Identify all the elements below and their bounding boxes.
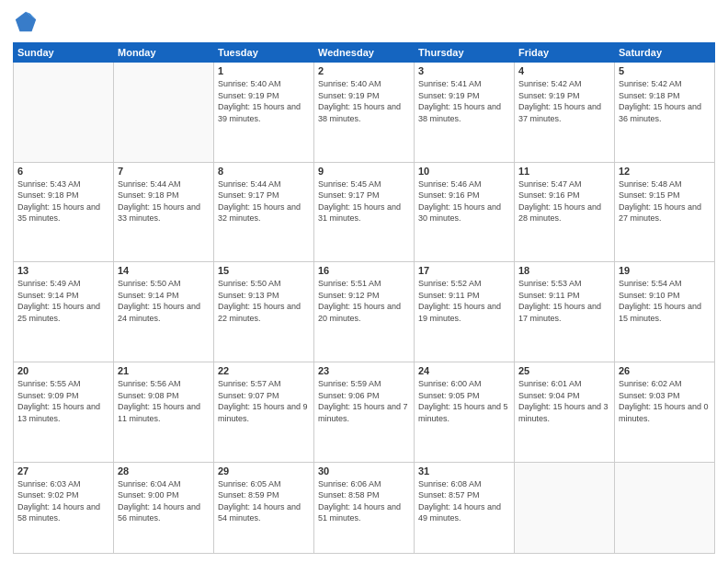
calendar-week-1: 6Sunrise: 5:43 AM Sunset: 9:18 PM Daylig… [14,162,715,262]
calendar-cell: 27Sunrise: 6:03 AM Sunset: 9:02 PM Dayli… [14,462,114,553]
day-number: 11 [518,166,610,177]
calendar-cell: 25Sunrise: 6:01 AM Sunset: 9:04 PM Dayli… [515,362,615,462]
calendar-table: Sunday Monday Tuesday Wednesday Thursday… [13,42,715,554]
day-info: Sunrise: 5:46 AM Sunset: 9:16 PM Dayligh… [418,178,510,224]
day-info: Sunrise: 5:53 AM Sunset: 9:11 PM Dayligh… [518,278,610,324]
col-wednesday: Wednesday [314,43,415,63]
calendar-cell: 3Sunrise: 5:41 AM Sunset: 9:19 PM Daylig… [415,63,515,163]
day-info: Sunrise: 5:47 AM Sunset: 9:16 PM Dayligh… [518,178,610,224]
col-sunday: Sunday [14,43,114,63]
day-info: Sunrise: 5:40 AM Sunset: 9:19 PM Dayligh… [218,78,310,124]
calendar-week-3: 20Sunrise: 5:55 AM Sunset: 9:09 PM Dayli… [14,362,715,462]
day-number: 6 [17,166,109,177]
day-number: 13 [17,265,109,276]
day-number: 4 [518,65,610,76]
day-info: Sunrise: 5:54 AM Sunset: 9:10 PM Dayligh… [619,278,711,324]
day-number: 1 [218,65,310,76]
day-info: Sunrise: 5:56 AM Sunset: 9:08 PM Dayligh… [118,378,210,424]
calendar-week-4: 27Sunrise: 6:03 AM Sunset: 9:02 PM Dayli… [14,462,715,553]
calendar-cell: 21Sunrise: 5:56 AM Sunset: 9:08 PM Dayli… [114,362,214,462]
day-info: Sunrise: 5:52 AM Sunset: 9:11 PM Dayligh… [418,278,510,324]
day-number: 5 [619,65,711,76]
calendar-cell: 11Sunrise: 5:47 AM Sunset: 9:16 PM Dayli… [515,162,615,262]
calendar-cell: 15Sunrise: 5:50 AM Sunset: 9:13 PM Dayli… [214,262,314,362]
calendar-cell: 13Sunrise: 5:49 AM Sunset: 9:14 PM Dayli… [14,262,114,362]
logo [13,9,42,35]
header [13,9,715,35]
calendar-cell: 14Sunrise: 5:50 AM Sunset: 9:14 PM Dayli… [114,262,214,362]
day-number: 22 [218,365,310,376]
day-number: 29 [218,465,310,477]
header-row: Sunday Monday Tuesday Wednesday Thursday… [14,43,715,63]
calendar-week-2: 13Sunrise: 5:49 AM Sunset: 9:14 PM Dayli… [14,262,715,362]
calendar-cell: 22Sunrise: 5:57 AM Sunset: 9:07 PM Dayli… [214,362,314,462]
calendar-cell: 4Sunrise: 5:42 AM Sunset: 9:19 PM Daylig… [515,63,615,163]
day-number: 15 [218,265,310,276]
day-info: Sunrise: 6:01 AM Sunset: 9:04 PM Dayligh… [518,378,610,424]
day-number: 31 [418,465,510,477]
calendar-cell: 9Sunrise: 5:45 AM Sunset: 9:17 PM Daylig… [314,162,415,262]
day-number: 2 [318,65,410,76]
calendar-cell [515,462,615,553]
day-number: 19 [619,265,711,276]
calendar-cell [14,63,114,163]
calendar-cell: 1Sunrise: 5:40 AM Sunset: 9:19 PM Daylig… [214,63,314,163]
day-number: 16 [318,265,410,276]
col-thursday: Thursday [415,43,515,63]
day-number: 23 [318,365,410,376]
day-info: Sunrise: 6:00 AM Sunset: 9:05 PM Dayligh… [418,378,510,424]
day-info: Sunrise: 5:44 AM Sunset: 9:17 PM Dayligh… [218,178,310,224]
day-info: Sunrise: 6:06 AM Sunset: 8:58 PM Dayligh… [318,478,410,524]
calendar-cell: 29Sunrise: 6:05 AM Sunset: 8:59 PM Dayli… [214,462,314,553]
calendar-week-0: 1Sunrise: 5:40 AM Sunset: 9:19 PM Daylig… [14,63,715,163]
page: Sunday Monday Tuesday Wednesday Thursday… [0,0,728,563]
day-number: 17 [418,265,510,276]
calendar-cell: 12Sunrise: 5:48 AM Sunset: 9:15 PM Dayli… [615,162,715,262]
day-info: Sunrise: 5:44 AM Sunset: 9:18 PM Dayligh… [118,178,210,224]
calendar-cell: 7Sunrise: 5:44 AM Sunset: 9:18 PM Daylig… [114,162,214,262]
day-info: Sunrise: 5:43 AM Sunset: 9:18 PM Dayligh… [17,178,109,224]
day-number: 18 [518,265,610,276]
day-info: Sunrise: 5:50 AM Sunset: 9:13 PM Dayligh… [218,278,310,324]
calendar-cell: 18Sunrise: 5:53 AM Sunset: 9:11 PM Dayli… [515,262,615,362]
calendar-cell: 24Sunrise: 6:00 AM Sunset: 9:05 PM Dayli… [415,362,515,462]
day-number: 24 [418,365,510,376]
logo-icon [13,9,39,35]
svg-marker-0 [16,12,36,31]
day-number: 30 [318,465,410,477]
calendar-cell: 8Sunrise: 5:44 AM Sunset: 9:17 PM Daylig… [214,162,314,262]
day-number: 7 [118,166,210,177]
calendar-cell: 30Sunrise: 6:06 AM Sunset: 8:58 PM Dayli… [314,462,415,553]
day-number: 25 [518,365,610,376]
calendar-cell: 2Sunrise: 5:40 AM Sunset: 9:19 PM Daylig… [314,63,415,163]
col-friday: Friday [515,43,615,63]
calendar-cell: 23Sunrise: 5:59 AM Sunset: 9:06 PM Dayli… [314,362,415,462]
calendar-cell: 20Sunrise: 5:55 AM Sunset: 9:09 PM Dayli… [14,362,114,462]
day-number: 28 [118,465,210,477]
day-info: Sunrise: 5:57 AM Sunset: 9:07 PM Dayligh… [218,378,310,424]
day-info: Sunrise: 6:02 AM Sunset: 9:03 PM Dayligh… [619,378,711,424]
col-monday: Monday [114,43,214,63]
calendar-cell: 16Sunrise: 5:51 AM Sunset: 9:12 PM Dayli… [314,262,415,362]
calendar-cell: 19Sunrise: 5:54 AM Sunset: 9:10 PM Dayli… [615,262,715,362]
calendar-cell: 5Sunrise: 5:42 AM Sunset: 9:18 PM Daylig… [615,63,715,163]
day-info: Sunrise: 5:41 AM Sunset: 9:19 PM Dayligh… [418,78,510,124]
day-info: Sunrise: 5:55 AM Sunset: 9:09 PM Dayligh… [17,378,109,424]
calendar-cell: 26Sunrise: 6:02 AM Sunset: 9:03 PM Dayli… [615,362,715,462]
day-number: 21 [118,365,210,376]
day-info: Sunrise: 5:42 AM Sunset: 9:19 PM Dayligh… [518,78,610,124]
day-info: Sunrise: 5:42 AM Sunset: 9:18 PM Dayligh… [619,78,711,124]
day-number: 26 [619,365,711,376]
day-number: 9 [318,166,410,177]
day-info: Sunrise: 5:49 AM Sunset: 9:14 PM Dayligh… [17,278,109,324]
day-number: 8 [218,166,310,177]
col-saturday: Saturday [615,43,715,63]
day-number: 27 [17,465,109,477]
day-info: Sunrise: 6:08 AM Sunset: 8:57 PM Dayligh… [418,478,510,524]
day-info: Sunrise: 6:05 AM Sunset: 8:59 PM Dayligh… [218,478,310,524]
day-info: Sunrise: 5:45 AM Sunset: 9:17 PM Dayligh… [318,178,410,224]
calendar-cell [615,462,715,553]
calendar-cell: 28Sunrise: 6:04 AM Sunset: 9:00 PM Dayli… [114,462,214,553]
day-info: Sunrise: 5:51 AM Sunset: 9:12 PM Dayligh… [318,278,410,324]
day-info: Sunrise: 5:40 AM Sunset: 9:19 PM Dayligh… [318,78,410,124]
